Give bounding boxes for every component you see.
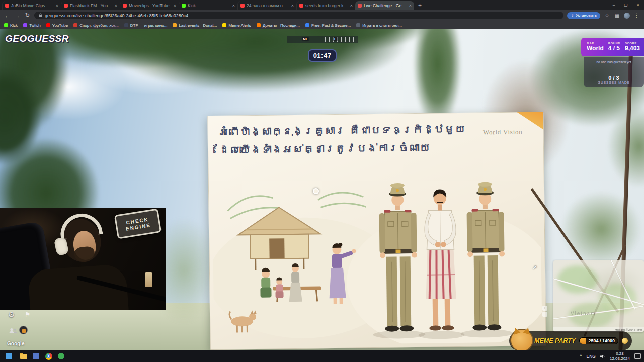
check-engine-sign: CHECK ENGINE xyxy=(114,208,162,239)
bookmark-label: Донаты - Последн... xyxy=(263,23,300,28)
browser-menu-icon[interactable]: ⋮ xyxy=(633,13,640,18)
bookmark-item[interactable]: Meme Alerts xyxy=(222,23,251,28)
guess-count-label: GUESSES MADE xyxy=(598,81,630,84)
browser-tab[interactable]: 24 часа в самом ожиревшем... × xyxy=(237,1,296,10)
install-label: Установить xyxy=(576,13,597,18)
browser-tab[interactable]: JoBlo Movie Clips - YouTube × xyxy=(2,1,61,10)
bookmark-item[interactable]: Last events - Donat... xyxy=(173,23,217,28)
taskbar-app-1[interactable] xyxy=(30,350,42,362)
language-indicator[interactable]: ENG xyxy=(587,354,596,359)
coin-icon xyxy=(622,338,628,344)
guess-minimap[interactable]: Vietnam Map data ©2024 | Terms xyxy=(553,260,644,332)
tab-close-icon[interactable]: × xyxy=(409,3,412,8)
chrome-icon xyxy=(45,353,52,360)
app-icon xyxy=(33,353,39,359)
window-controls: – ▢ × xyxy=(608,0,644,10)
viewers-icon xyxy=(9,328,17,334)
taskbar-app-2[interactable] xyxy=(55,350,67,362)
notifications-icon[interactable] xyxy=(634,353,641,359)
tray-expand-icon[interactable]: ^ xyxy=(580,354,582,359)
bookmark-item[interactable]: DTF — игры, кино... xyxy=(124,23,168,28)
back-button[interactable]: ← xyxy=(4,13,11,19)
browser-tab[interactable]: Flashback FM - YouTube × xyxy=(61,1,120,10)
bookmark-label: Kick xyxy=(10,23,18,28)
taskbar-clock[interactable]: 0:28 12.03.2024 xyxy=(610,351,630,361)
billboard-khmer-line2: ដែលយើងទាំងអស់គ្នាត្រូវបង់ការចំណាយ xyxy=(219,141,430,156)
tab-title: 24 часа в самом ожиревшем... xyxy=(247,3,289,8)
reload-button[interactable]: ↻ xyxy=(24,12,31,19)
bookmark-item[interactable]: Играть в слоты онл... xyxy=(356,23,402,28)
zoom-in-button[interactable]: + xyxy=(542,306,547,311)
forward-button[interactable]: → xyxy=(14,13,21,19)
minimap-region-label: Vietnam xyxy=(571,311,596,316)
start-button[interactable] xyxy=(0,350,17,362)
tab-favicon-icon xyxy=(299,4,303,8)
streamer-head xyxy=(59,218,108,276)
windows-logo-icon xyxy=(6,353,12,359)
meme-progress-fill xyxy=(580,338,586,344)
bookmark-star-icon[interactable]: ☆ xyxy=(604,13,610,18)
tab-close-icon[interactable]: × xyxy=(115,3,117,8)
folder-icon xyxy=(20,354,27,359)
bookmark-item[interactable]: Twitch xyxy=(23,23,41,28)
browser-tab[interactable]: Kick × xyxy=(179,1,237,10)
minimap-zoom-controls: + − xyxy=(542,306,547,317)
meme-progress-bar: 2504 / 14900 xyxy=(579,337,618,344)
browser-address-bar: ← → ↻ geoguessr.com/live-challenge/65f26… xyxy=(0,10,644,21)
doge-icon xyxy=(510,329,533,350)
bookmark-item[interactable]: Free, Fast & Secure... xyxy=(305,23,351,28)
green-app-icon xyxy=(58,353,64,359)
street-view[interactable]: អំពើហិង្សាក្នុងគ្រួសារ គឺជាបទឧក្រិដ្ឋមួយ… xyxy=(0,29,644,350)
profile-avatar[interactable] xyxy=(624,13,630,19)
extensions-icon[interactable]: ▦ xyxy=(614,13,620,18)
tab-favicon-icon xyxy=(240,4,245,8)
secure-lock-icon xyxy=(39,13,42,18)
window-close-button[interactable]: × xyxy=(632,0,644,10)
bookmark-item[interactable]: YouTube xyxy=(46,23,68,28)
tab-close-icon[interactable]: × xyxy=(291,3,294,8)
tab-close-icon[interactable]: × xyxy=(56,3,58,8)
settings-gear-icon[interactable]: ⚙ xyxy=(8,311,15,318)
round-timer: 01:47 xyxy=(308,49,337,62)
shelf-can xyxy=(145,272,152,287)
tab-close-icon[interactable]: × xyxy=(232,3,235,8)
window-maximize-button[interactable]: ▢ xyxy=(620,0,632,10)
install-icon: ⇩ xyxy=(571,13,574,18)
meme-progress-text: 2504 / 14900 xyxy=(588,338,615,344)
url-bar[interactable]: geoguessr.com/live-challenge/65f26a40-24… xyxy=(34,12,564,19)
taskbar-app-explorer[interactable] xyxy=(17,350,30,362)
taskbar-app-chrome[interactable] xyxy=(42,350,55,362)
speaker-icon[interactable] xyxy=(600,354,605,359)
bookmark-item[interactable]: Донаты - Последн... xyxy=(257,23,300,28)
bookmark-item[interactable]: Спорт: футбол, хок... xyxy=(73,23,119,28)
tab-close-icon[interactable]: × xyxy=(350,3,353,8)
window-minimize-button[interactable]: – xyxy=(608,0,620,10)
compass-label-e: E xyxy=(333,37,338,41)
hud-score-value: 9,403 xyxy=(625,45,640,52)
bookmark-favicon-icon xyxy=(73,23,77,27)
bookmark-item[interactable]: Kick xyxy=(4,23,18,28)
install-app-button[interactable]: ⇩ Установить xyxy=(567,12,600,19)
compass[interactable]: NE E xyxy=(287,36,358,43)
billboard-khmer-line1: អំពើហិង្សាក្នុងគ្រួសារ គឺជាបទឧក្រិដ្ឋមួយ xyxy=(218,123,465,138)
new-tab-button[interactable]: + xyxy=(418,2,422,9)
browser-tab[interactable]: Movieclips - YouTube × xyxy=(120,1,179,10)
street-view-cursor xyxy=(313,188,319,194)
minimap-expand-icon[interactable]: ↗ xyxy=(532,264,537,271)
tab-title: seeds from burger king - YouT... xyxy=(305,3,348,8)
tab-close-icon[interactable]: × xyxy=(174,3,176,8)
bookmark-favicon-icon xyxy=(257,23,261,27)
bookmark-label: Free, Fast & Secure... xyxy=(311,23,351,28)
zoom-out-button[interactable]: − xyxy=(542,312,547,317)
bookmark-favicon-icon xyxy=(356,23,360,27)
tab-title: Live Challenge - GeoGuessr xyxy=(364,3,407,8)
geoguessr-logo: GEOGUESSR xyxy=(5,33,69,44)
browser-tab-bar: JoBlo Movie Clips - YouTube × Flashback … xyxy=(0,0,644,10)
bookmark-label: Twitch xyxy=(29,23,41,28)
bookmark-favicon-icon xyxy=(173,23,177,27)
browser-tab[interactable]: seeds from burger king - YouT... × xyxy=(296,1,355,10)
browser-tab-active[interactable]: Live Challenge - GeoGuessr × xyxy=(355,1,414,10)
hud-map: MAP World xyxy=(587,42,604,52)
tab-title: Flashback FM - YouTube xyxy=(70,3,113,8)
stream-flag-icon[interactable]: ⚑ xyxy=(25,311,31,318)
